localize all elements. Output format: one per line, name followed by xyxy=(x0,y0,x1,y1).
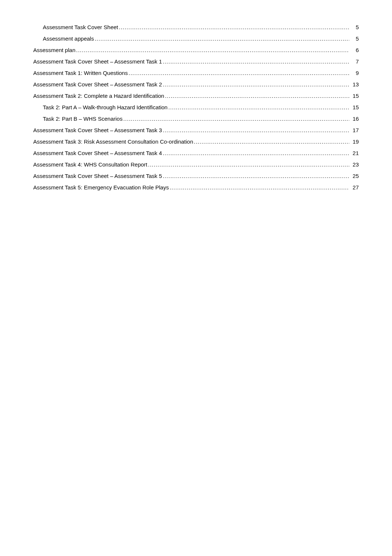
toc-leader-dots xyxy=(148,159,349,169)
toc-row: Assessment Task Cover Sheet – Assessment… xyxy=(33,148,359,158)
toc-row: Assessment Task 1: Written Questions9 xyxy=(33,68,359,78)
toc-leader-dots xyxy=(168,102,349,112)
toc-leader-dots xyxy=(163,56,349,66)
toc-page-number: 19 xyxy=(350,137,359,147)
toc-title: Assessment appeals xyxy=(43,34,94,44)
toc-title: Assessment Task 5: Emergency Evacuation … xyxy=(33,182,169,192)
toc-title: Assessment Task 1: Written Questions xyxy=(33,68,128,78)
toc-leader-dots xyxy=(163,171,349,181)
toc-title: Assessment Task Cover Sheet – Assessment… xyxy=(33,171,162,181)
toc-page-number: 9 xyxy=(350,68,359,78)
toc-title: Task 2: Part B – WHS Scenarios xyxy=(43,114,123,124)
toc-row: Assessment Task Cover Sheet – Assessment… xyxy=(33,56,359,66)
toc-leader-dots xyxy=(194,137,349,147)
toc-row: Assessment Task Cover Sheet5 xyxy=(33,22,359,32)
toc-page-number: 15 xyxy=(350,91,359,101)
toc-row: Assessment Task 5: Emergency Evacuation … xyxy=(33,182,359,192)
toc-leader-dots xyxy=(169,182,349,192)
toc-row: Assessment Task Cover Sheet – Assessment… xyxy=(33,125,359,135)
toc-leader-dots xyxy=(76,45,349,55)
toc-leader-dots xyxy=(119,22,349,32)
toc-title: Assessment Task Cover Sheet – Assessment… xyxy=(33,79,162,89)
toc-row: Assessment appeals5 xyxy=(33,34,359,44)
toc-leader-dots xyxy=(128,68,349,78)
table-of-contents: Assessment Task Cover Sheet5Assessment a… xyxy=(33,22,359,192)
toc-page-number: 13 xyxy=(350,79,359,89)
toc-row: Assessment Task Cover Sheet – Assessment… xyxy=(33,79,359,89)
toc-row: Assessment Task 2: Complete a Hazard Ide… xyxy=(33,91,359,101)
toc-row: Assessment Task 3: Risk Assessment Consu… xyxy=(33,137,359,147)
toc-title: Assessment Task Cover Sheet xyxy=(43,22,118,32)
toc-row: Assessment plan6 xyxy=(33,45,359,55)
toc-page-number: 23 xyxy=(350,159,359,169)
toc-page-number: 17 xyxy=(350,125,359,135)
toc-row: Assessment Task 4: WHS Consultation Repo… xyxy=(33,159,359,169)
toc-leader-dots xyxy=(163,79,349,89)
toc-page-number: 21 xyxy=(350,148,359,158)
toc-row: Task 2: Part A – Walk-through Hazard Ide… xyxy=(33,102,359,112)
toc-page-number: 7 xyxy=(350,56,359,66)
toc-page-number: 5 xyxy=(350,22,359,32)
toc-page-number: 25 xyxy=(350,171,359,181)
toc-title: Assessment Task 3: Risk Assessment Consu… xyxy=(33,137,193,147)
toc-page-number: 27 xyxy=(350,182,359,192)
toc-leader-dots xyxy=(163,148,349,158)
toc-title: Assessment Task Cover Sheet – Assessment… xyxy=(33,125,162,135)
toc-title: Assessment Task Cover Sheet – Assessment… xyxy=(33,56,162,66)
toc-title: Assessment plan xyxy=(33,45,75,55)
toc-leader-dots xyxy=(94,34,349,44)
toc-page-number: 15 xyxy=(350,102,359,112)
toc-leader-dots xyxy=(163,125,349,135)
toc-page-number: 5 xyxy=(350,34,359,44)
toc-title: Assessment Task Cover Sheet – Assessment… xyxy=(33,148,162,158)
toc-row: Task 2: Part B – WHS Scenarios16 xyxy=(33,114,359,124)
toc-title: Assessment Task 4: WHS Consultation Repo… xyxy=(33,159,147,169)
toc-row: Assessment Task Cover Sheet – Assessment… xyxy=(33,171,359,181)
toc-leader-dots xyxy=(165,91,349,101)
toc-title: Task 2: Part A – Walk-through Hazard Ide… xyxy=(43,102,168,112)
toc-title: Assessment Task 2: Complete a Hazard Ide… xyxy=(33,91,164,101)
toc-page-number: 16 xyxy=(350,114,359,124)
toc-page-number: 6 xyxy=(350,45,359,55)
toc-leader-dots xyxy=(123,114,349,124)
